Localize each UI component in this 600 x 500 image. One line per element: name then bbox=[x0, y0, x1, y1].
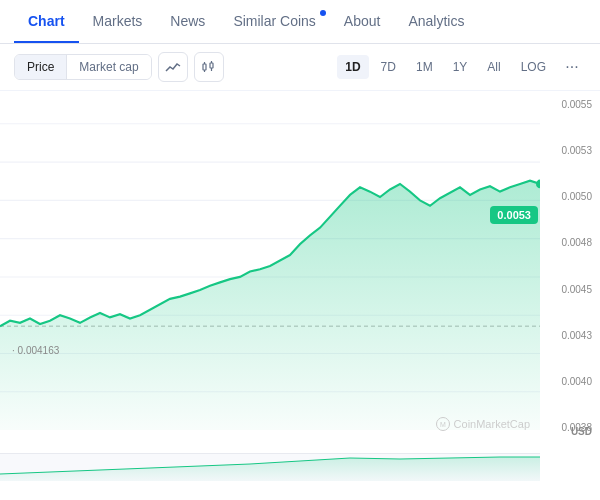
notification-dot bbox=[320, 10, 326, 16]
y-label-0055: 0.0055 bbox=[548, 99, 592, 110]
cmc-logo-icon: M bbox=[436, 417, 450, 431]
y-label-0050: 0.0050 bbox=[548, 191, 592, 202]
start-price-label: · 0.004163 bbox=[12, 345, 59, 356]
y-label-0053: 0.0053 bbox=[548, 145, 592, 156]
tab-analytics[interactable]: Analytics bbox=[394, 1, 478, 43]
time-1d[interactable]: 1D bbox=[337, 55, 368, 79]
mini-nav-svg bbox=[0, 454, 540, 481]
time-7d[interactable]: 7D bbox=[373, 55, 404, 79]
candle-chart-icon bbox=[201, 60, 217, 74]
candle-chart-icon-button[interactable] bbox=[194, 52, 224, 82]
toolbar-right: 1D 7D 1M 1Y All LOG ··· bbox=[337, 53, 586, 81]
chart-svg-area bbox=[0, 91, 540, 441]
chart-toolbar: Price Market cap 1D 7D 1M 1Y All LOG ··· bbox=[0, 44, 600, 91]
y-label-0043: 0.0043 bbox=[548, 330, 592, 341]
line-chart-icon bbox=[165, 61, 181, 73]
svg-rect-3 bbox=[210, 63, 213, 68]
time-log[interactable]: LOG bbox=[513, 55, 554, 79]
nav-tabs: Chart Markets News Similar Coins About A… bbox=[0, 0, 600, 44]
coinmarketcap-watermark: M CoinMarketCap bbox=[436, 417, 530, 431]
svg-rect-0 bbox=[203, 64, 206, 70]
price-marketcap-toggle: Price Market cap bbox=[14, 54, 152, 80]
price-chart-svg bbox=[0, 91, 540, 441]
more-options-button[interactable]: ··· bbox=[558, 53, 586, 81]
tab-about[interactable]: About bbox=[330, 1, 395, 43]
mini-navigator[interactable] bbox=[0, 453, 540, 481]
currency-label: USD bbox=[571, 426, 592, 437]
time-1y[interactable]: 1Y bbox=[445, 55, 476, 79]
toolbar-left: Price Market cap bbox=[14, 52, 329, 82]
current-price-tooltip: 0.0053 bbox=[490, 206, 538, 224]
marketcap-button[interactable]: Market cap bbox=[67, 55, 150, 79]
tab-similar-coins[interactable]: Similar Coins bbox=[219, 1, 329, 43]
price-button[interactable]: Price bbox=[15, 55, 67, 79]
y-label-0048: 0.0048 bbox=[548, 237, 592, 248]
y-label-0045: 0.0045 bbox=[548, 284, 592, 295]
svg-text:M: M bbox=[440, 421, 446, 428]
time-1m[interactable]: 1M bbox=[408, 55, 441, 79]
tab-markets[interactable]: Markets bbox=[79, 1, 157, 43]
time-all[interactable]: All bbox=[479, 55, 508, 79]
tab-chart[interactable]: Chart bbox=[14, 1, 79, 43]
chart-container: 0.0055 0.0053 0.0050 0.0048 0.0045 0.004… bbox=[0, 91, 600, 481]
line-chart-icon-button[interactable] bbox=[158, 52, 188, 82]
y-label-0040: 0.0040 bbox=[548, 376, 592, 387]
tab-news[interactable]: News bbox=[156, 1, 219, 43]
y-axis: 0.0055 0.0053 0.0050 0.0048 0.0045 0.004… bbox=[540, 91, 600, 441]
